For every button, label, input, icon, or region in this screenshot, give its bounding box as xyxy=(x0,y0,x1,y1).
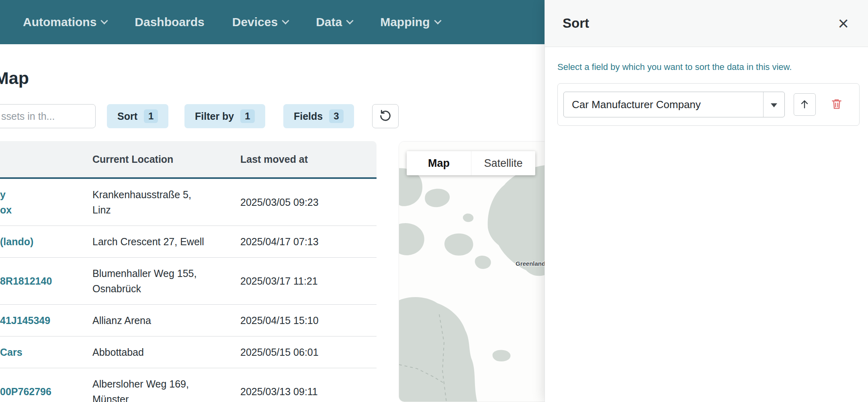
last-moved-cell: 2025/03/13 09:11 xyxy=(240,384,377,399)
current-location-cell: Blumenhaller Weg 155, Osnabrück xyxy=(92,266,240,296)
sort-button-label: Sort xyxy=(117,111,137,122)
nav-item-automations[interactable]: Automations xyxy=(23,15,107,29)
select-divider xyxy=(763,92,764,117)
table-row: Cars Abbottabad 2025/05/15 06:01 xyxy=(0,336,377,368)
caret-down-icon xyxy=(771,103,777,107)
asset-name-line: Cars xyxy=(0,345,92,360)
table-row: 8R1812140 Blumenhaller Weg 155, Osnabrüc… xyxy=(0,258,377,305)
sort-count-badge: 1 xyxy=(144,109,158,123)
asset-link[interactable]: y ox xyxy=(0,187,92,217)
map-region-label: Greenland xyxy=(516,260,545,267)
map-view-button[interactable]: Map xyxy=(407,151,471,175)
nav-item-devices[interactable]: Devices xyxy=(232,15,288,29)
refresh-icon xyxy=(379,109,392,124)
asset-name-line: 00P762796 xyxy=(0,384,92,399)
trash-icon xyxy=(830,98,843,112)
asset-link[interactable]: 00P762796 xyxy=(0,384,92,399)
asset-name-line: ox xyxy=(0,202,92,217)
nav-item-dashboards[interactable]: Dashboards xyxy=(135,15,204,29)
fields-button-label: Fields xyxy=(294,111,323,122)
current-location-cell: Abbottabad xyxy=(92,345,240,360)
last-moved-cell: 2025/03/05 09:23 xyxy=(240,195,377,210)
table-row: 41J145349 Allianz Arena 2025/04/15 15:10 xyxy=(0,305,377,336)
sort-button[interactable]: Sort 1 xyxy=(107,104,168,128)
asset-name-line: 8R1812140 xyxy=(0,273,92,289)
table-row: 00P762796 Albersloher Weg 169, Münster 2… xyxy=(0,368,377,402)
refresh-button[interactable] xyxy=(372,104,399,128)
asset-link[interactable]: (lando) xyxy=(0,234,92,249)
last-moved-cell: 2025/03/17 11:21 xyxy=(240,273,377,289)
chevron-down-icon xyxy=(346,17,353,24)
column-header-location: Current Location xyxy=(92,154,240,165)
sort-drawer-header: Sort × xyxy=(545,0,868,47)
current-location-cell: Krankenhausstraße 5, Linz xyxy=(92,187,240,217)
delete-sort-rule-button[interactable] xyxy=(830,98,843,112)
current-location-cell: Larch Crescent 27, Ewell xyxy=(92,234,240,249)
current-location-cell: Allianz Arena xyxy=(92,313,240,328)
sort-field-value: Car Manufacturer Company xyxy=(572,98,701,111)
fields-button[interactable]: Fields 3 xyxy=(283,104,354,128)
nav-item-label: Mapping xyxy=(380,15,430,29)
last-moved-cell: 2025/04/17 07:13 xyxy=(240,234,377,249)
filter-by-button-label: Filter by xyxy=(195,111,234,122)
sort-drawer: Sort × Select a field by which you want … xyxy=(545,0,868,402)
table-row: (lando) Larch Crescent 27, Ewell 2025/04… xyxy=(0,226,377,258)
asset-name-line: y xyxy=(0,187,92,202)
filter-count-badge: 1 xyxy=(240,109,254,123)
nav-item-label: Automations xyxy=(23,15,96,29)
current-location-cell: Albersloher Weg 169, Münster xyxy=(92,376,240,402)
table-row: y ox Krankenhausstraße 5, Linz 2025/03/0… xyxy=(0,179,377,226)
nav-item-label: Dashboards xyxy=(135,15,204,29)
nav-item-mapping[interactable]: Mapping xyxy=(380,15,440,29)
close-icon[interactable]: × xyxy=(838,14,849,33)
assets-table: Current Location Last moved at y ox Kran… xyxy=(0,141,377,402)
map-type-control: Map Satellite xyxy=(407,151,535,175)
last-moved-cell: 2025/04/15 15:10 xyxy=(240,313,377,328)
arrow-up-icon xyxy=(799,98,810,111)
sort-drawer-title: Sort xyxy=(563,16,589,31)
sort-direction-button[interactable] xyxy=(794,93,816,116)
sort-field-select[interactable]: Car Manufacturer Company xyxy=(563,92,785,117)
page-title: Map xyxy=(0,68,29,88)
column-header-moved-at: Last moved at xyxy=(240,154,377,165)
chevron-down-icon xyxy=(434,17,441,24)
asset-name-line: 41J145349 xyxy=(0,313,92,328)
chevron-down-icon xyxy=(282,17,289,24)
asset-link[interactable]: 8R1812140 xyxy=(0,273,92,289)
last-moved-cell: 2025/05/15 06:01 xyxy=(240,345,377,360)
sort-drawer-body: Select a field by which you want to sort… xyxy=(545,47,868,126)
nav-item-label: Devices xyxy=(232,15,278,29)
table-header-row: Current Location Last moved at xyxy=(0,141,377,179)
satellite-view-button[interactable]: Satellite xyxy=(471,151,535,175)
asset-link[interactable]: Cars xyxy=(0,345,92,360)
asset-link[interactable]: 41J145349 xyxy=(0,313,92,328)
sort-rule-row: Car Manufacturer Company xyxy=(557,83,860,126)
sort-description: Select a field by which you want to sort… xyxy=(557,61,859,73)
asset-name-line: (lando) xyxy=(0,234,92,249)
nav-item-data[interactable]: Data xyxy=(316,15,352,29)
filter-by-button[interactable]: Filter by 1 xyxy=(184,104,265,128)
chevron-down-icon xyxy=(101,17,108,24)
fields-count-badge: 3 xyxy=(329,109,343,123)
nav-item-label: Data xyxy=(316,15,342,29)
asset-search-box xyxy=(0,104,96,128)
